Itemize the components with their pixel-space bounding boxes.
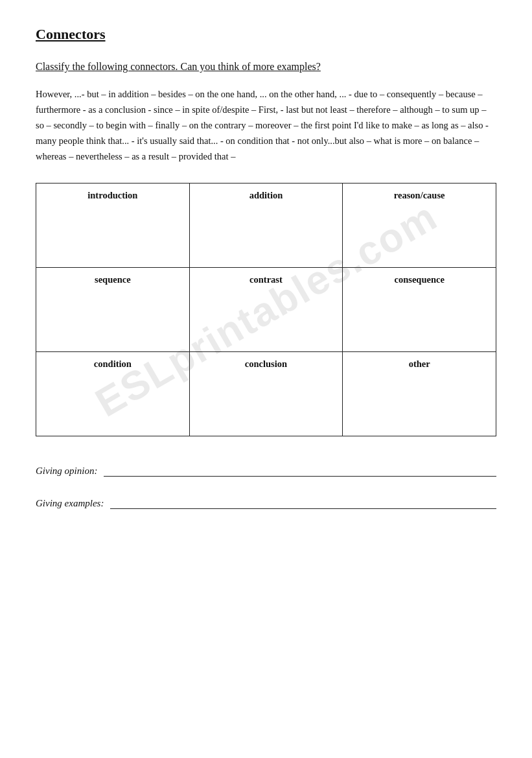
cell-1-0[interactable]: sequence [36,267,190,351]
cell-0-0[interactable]: introduction [36,183,190,267]
cell-2-2[interactable]: other [343,351,496,436]
page-title: Connectors [36,26,496,43]
classification-table: introductionadditionreason/causesequence… [36,183,496,436]
cell-1-2[interactable]: consequence [343,267,496,351]
giving-examples-row: Giving examples: [36,495,496,509]
giving-opinion-line[interactable] [104,462,496,477]
cell-2-0[interactable]: condition [36,351,190,436]
cell-2-1[interactable]: conclusion [189,351,343,436]
giving-opinion-row: Giving opinion: [36,462,496,477]
connectors-text: However, ...- but – in addition – beside… [36,87,496,165]
giving-opinion-label: Giving opinion: [36,466,97,477]
cell-1-1[interactable]: contrast [189,267,343,351]
instruction: Classify the following connectors. Can y… [36,61,496,73]
cell-0-1[interactable]: addition [189,183,343,267]
cell-0-2[interactable]: reason/cause [343,183,496,267]
giving-examples-line[interactable] [110,495,496,509]
fill-lines-section: Giving opinion: Giving examples: [36,462,496,509]
giving-examples-label: Giving examples: [36,498,104,509]
